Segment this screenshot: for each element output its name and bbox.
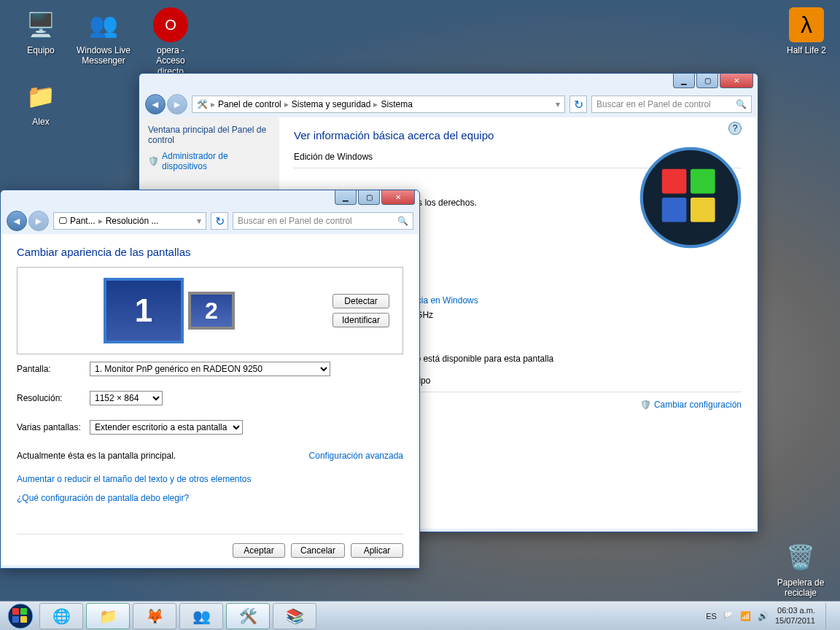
folder-icon: 📁 xyxy=(23,79,58,114)
search-placeholder: Buscar en el Panel de control xyxy=(596,99,711,109)
taskbar-messenger[interactable]: 👥 xyxy=(179,603,223,629)
show-desktop-button[interactable] xyxy=(825,603,833,629)
halflife-icon: λ xyxy=(789,7,824,42)
taskbar-ie[interactable]: 🌐 xyxy=(39,603,83,629)
advanced-link[interactable]: Configuración avanzada xyxy=(309,451,403,461)
resolution-label: Resolución: xyxy=(17,393,90,403)
icon-label: opera - Acceso directo xyxy=(143,45,198,77)
clock-date: 15/07/2011 xyxy=(775,616,815,626)
icon-label: Half Life 2 xyxy=(787,45,826,55)
which-config-link[interactable]: ¿Qué configuración de pantalla debo eleg… xyxy=(17,493,403,503)
computer-icon: 🖥️ xyxy=(23,7,58,42)
svg-point-5 xyxy=(8,604,33,629)
minimize-button[interactable]: ▁ xyxy=(673,74,695,88)
taskbar: 🌐 📁 🦊 👥 🛠️ 📚 ES 🏳️ 📶 🔊 06:03 a.m. 15/07/… xyxy=(0,601,840,630)
svg-rect-4 xyxy=(691,198,715,222)
close-button[interactable]: ✕ xyxy=(381,190,415,205)
window-resolucion[interactable]: ▁ ▢ ✕ ◄ ► 🖵 Pant... ▸ Resolución ... ▾ ↻… xyxy=(0,190,420,569)
sidebar-device-manager[interactable]: 🛡️Administrador de dispositivos xyxy=(148,151,272,171)
change-settings-link[interactable]: 🛡️Cambiar configuración xyxy=(640,400,742,456)
sidebar-home-link[interactable]: Ventana principal del Panel de control xyxy=(148,125,272,145)
desktop-icon-recycle[interactable]: 🗑️ Papelera de reciclaje xyxy=(773,540,828,599)
detect-button[interactable]: Detectar xyxy=(332,294,389,308)
help-icon[interactable]: ? xyxy=(728,122,742,135)
crumb-panel[interactable]: Panel de control xyxy=(218,99,281,109)
breadcrumb[interactable]: 🛠️ ▸ Panel de control ▸ Sistema y seguri… xyxy=(192,96,565,113)
control-panel-icon: 🛠️ xyxy=(197,99,208,109)
crumb-sistema[interactable]: Sistema xyxy=(381,99,412,109)
identify-button[interactable]: Identificar xyxy=(332,313,389,327)
window-controls: ▁ ▢ ✕ xyxy=(673,74,753,88)
opera-icon: O xyxy=(153,7,188,42)
display-label: Pantalla: xyxy=(17,364,90,374)
search-icon: 🔍 xyxy=(397,216,408,226)
refresh-button[interactable]: ↻ xyxy=(569,96,587,113)
tray-volume-icon[interactable]: 🔊 xyxy=(758,610,769,622)
back-button[interactable]: ◄ xyxy=(145,94,166,114)
refresh-button[interactable]: ↻ xyxy=(211,212,228,230)
taskbar-clock[interactable]: 06:03 a.m. 15/07/2011 xyxy=(775,606,815,625)
apply-button[interactable]: Aplicar xyxy=(351,543,403,558)
address-bar: ◄ ► 🖵 Pant... ▸ Resolución ... ▾ ↻ Busca… xyxy=(1,208,419,234)
address-bar: ◄ ► 🛠️ ▸ Panel de control ▸ Sistema y se… xyxy=(139,91,758,117)
back-button[interactable]: ◄ xyxy=(7,211,27,231)
windows-logo xyxy=(639,147,742,249)
desktop-icon-messenger[interactable]: 👥 Windows Live Messenger xyxy=(76,7,131,66)
svg-rect-3 xyxy=(662,198,687,222)
primary-note: Actualmente ésta es la pantalla principa… xyxy=(17,451,176,461)
cancel-button[interactable]: Cancelar xyxy=(291,543,345,558)
forward-button[interactable]: ► xyxy=(167,94,187,114)
taskbar-firefox[interactable]: 🦊 xyxy=(133,603,176,629)
desktop-icon-alex[interactable]: 📁 Alex xyxy=(13,79,69,127)
resolution-select[interactable]: 840 × 630 xyxy=(90,391,163,405)
desktop-icon-halflife[interactable]: λ Half Life 2 xyxy=(779,7,834,55)
close-button[interactable]: ✕ xyxy=(720,74,753,88)
recycle-icon: 🗑️ xyxy=(783,540,818,575)
monitor-2[interactable]: 2 xyxy=(188,292,235,330)
messenger-icon: 👥 xyxy=(86,7,121,42)
tray-network-icon[interactable]: 📶 xyxy=(740,610,752,622)
crumb-resolucion[interactable]: Resolución ... xyxy=(106,216,159,226)
shield-icon: 🛡️ xyxy=(148,156,159,166)
page-title: Cambiar apariencia de las pantallas xyxy=(17,246,403,258)
breadcrumb[interactable]: 🖵 Pant... ▸ Resolución ... ▾ xyxy=(53,212,206,230)
svg-rect-2 xyxy=(691,169,715,194)
window-controls: ▁ ▢ ✕ xyxy=(335,190,415,205)
crumb-pantalla[interactable]: Pant... xyxy=(70,216,96,226)
page-title: Ver información básica acerca del equipo xyxy=(294,129,742,141)
search-placeholder: Buscar en el Panel de control xyxy=(238,216,352,226)
svg-rect-7 xyxy=(20,608,27,615)
maximize-button[interactable]: ▢ xyxy=(358,190,380,205)
svg-rect-1 xyxy=(662,169,687,194)
display-select[interactable]: 1. Monitor PnP genérico en RADEON 9250 xyxy=(90,362,330,376)
desktop-icon-opera[interactable]: O opera - Acceso directo xyxy=(143,7,198,77)
shield-icon: 🛡️ xyxy=(640,400,651,410)
svg-point-0 xyxy=(642,149,739,246)
lang-indicator[interactable]: ES xyxy=(706,612,717,621)
crumb-seguridad[interactable]: Sistema y seguridad xyxy=(292,99,371,109)
tray-flag-icon[interactable]: 🏳️ xyxy=(723,610,734,622)
maximize-button[interactable]: ▢ xyxy=(696,74,718,88)
clock-time: 06:03 a.m. xyxy=(775,606,815,615)
desktop-icon-equipo[interactable]: 🖥️ Equipo xyxy=(13,7,69,55)
taskbar-winrar[interactable]: 📚 xyxy=(273,603,316,629)
icon-label: Windows Live Messenger xyxy=(76,45,131,66)
start-button[interactable] xyxy=(3,602,38,631)
display-icon: 🖵 xyxy=(58,216,67,226)
multi-label: Varias pantallas: xyxy=(17,422,90,432)
svg-rect-8 xyxy=(12,616,19,623)
taskbar-control-panel[interactable]: 🛠️ xyxy=(226,603,270,629)
taskbar-explorer[interactable]: 📁 xyxy=(86,603,130,629)
multi-select[interactable]: Extender escritorio a esta pantalla xyxy=(90,420,243,435)
forward-button[interactable]: ► xyxy=(28,211,49,231)
search-input[interactable]: Buscar en el Panel de control 🔍 xyxy=(233,212,413,230)
display-preview: 1 2 Detectar Identificar xyxy=(17,267,403,354)
minimize-button[interactable]: ▁ xyxy=(335,190,357,205)
search-input[interactable]: Buscar en el Panel de control 🔍 xyxy=(591,96,752,113)
monitor-1[interactable]: 1 xyxy=(104,278,184,343)
icon-label: Papelera de reciclaje xyxy=(773,578,828,599)
search-icon: 🔍 xyxy=(736,99,747,109)
ok-button[interactable]: Aceptar xyxy=(233,543,285,558)
text-size-link[interactable]: Aumentar o reducir el tamaño del texto y… xyxy=(17,474,403,484)
icon-label: Equipo xyxy=(27,45,54,55)
